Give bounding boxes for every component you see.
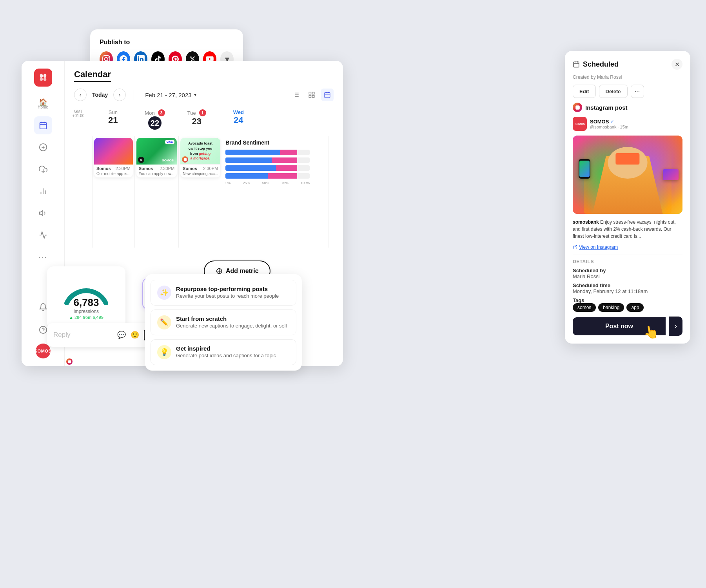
publish-to-title: Publish to — [100, 39, 234, 46]
list-view-icon[interactable] — [290, 89, 302, 101]
sidebar-item-home[interactable]: 🏠 Home — [34, 94, 52, 112]
svg-point-0 — [37, 72, 49, 83]
sp-tags: somos banking app — [573, 303, 644, 312]
day-header-mon: Mon 3 22 — [134, 109, 176, 130]
day-header-sun: Sun 21 — [92, 109, 134, 130]
calendar-header: Calendar ‹ Today › Feb 21 - 27, 2023 ▾ — [65, 61, 343, 106]
day-headers-row: GMT +01:00 Sun 21 Mon 3 22 — [65, 106, 343, 133]
scratch-icon: ✏️ — [157, 315, 171, 329]
view-on-instagram-link[interactable]: View on Instagram — [573, 244, 682, 250]
svg-point-3 — [40, 78, 43, 81]
svg-rect-29 — [325, 92, 330, 98]
sp-title: Scheduled — [573, 60, 619, 69]
close-button[interactable]: ✕ — [672, 59, 682, 70]
calendar-grid: GMT +01:00 Sun 21 Mon 3 22 — [65, 106, 343, 251]
day-header-tue: Tue 1 23 — [176, 109, 218, 130]
svg-rect-26 — [312, 92, 314, 94]
day-col-wed: Brand Sentiment — [222, 136, 313, 248]
bar-row-2 — [225, 157, 310, 163]
reply-placeholder: Reply — [53, 331, 113, 339]
delete-button[interactable]: Delete — [599, 85, 628, 98]
impressions-label: impressions — [74, 309, 99, 314]
inspired-title: Get inspired — [176, 345, 276, 352]
scratch-desc: Generate new captions to engage, delight… — [176, 323, 287, 329]
gauge-container: 6,783 — [61, 276, 112, 307]
cursor-hand-icon: 👆 — [642, 324, 660, 341]
calendar-title: Calendar — [74, 69, 111, 82]
post-card-sun[interactable]: Somos 2:30PM Our mobile app is... — [94, 138, 133, 177]
day-header-wed: Wed 24 — [218, 109, 260, 130]
sp-post-image — [573, 136, 682, 214]
bs-axis: 0%25%50%75%100% — [225, 181, 310, 185]
sidebar-item-more[interactable]: ··· — [34, 248, 52, 266]
sp-footer: Post now › 👆 — [573, 317, 682, 336]
brand-sentiment-card: Brand Sentiment — [225, 139, 310, 216]
user-avatar[interactable]: SOMOS — [36, 344, 51, 358]
emoji-icon[interactable]: 🙂 — [131, 331, 139, 339]
inspired-icon: 💡 — [157, 345, 171, 359]
post-card-tue[interactable]: Avocado toastcan't stop youfrom gettinga… — [180, 138, 220, 177]
sidebar-item-compose[interactable] — [34, 138, 52, 156]
calendar-view-icon[interactable] — [321, 89, 334, 101]
sidebar-item-inbox[interactable] — [34, 160, 52, 178]
sidebar-item-calendar[interactable] — [34, 116, 52, 134]
svg-rect-28 — [312, 96, 314, 98]
grid-view-icon[interactable] — [305, 89, 318, 101]
today-button[interactable]: Today — [92, 92, 108, 98]
next-week-button[interactable]: › — [113, 89, 126, 101]
sidebar-item-reports[interactable] — [34, 226, 52, 244]
svg-marker-16 — [39, 211, 42, 216]
post-card-meta-tue: Somos 2:30PM New chequing acc... — [180, 165, 220, 177]
sp-account: SOMOS SOMOS ✓ @somosbank · 15m — [573, 117, 682, 131]
svg-line-37 — [575, 246, 577, 248]
gmt-label: GMT +01:00 — [65, 109, 92, 130]
prev-week-button[interactable]: ‹ — [74, 89, 87, 101]
day-col-sun: Somos 2:30PM Our mobile app is... — [92, 136, 134, 248]
day-col-mon: ✕ VISA SOMOS Somos 2:30PM You can apply … — [134, 136, 178, 248]
app-logo — [34, 69, 52, 87]
date-range-dropdown[interactable]: ▾ — [194, 92, 196, 98]
post-card-mon[interactable]: ✕ VISA SOMOS Somos 2:30PM You can apply … — [136, 138, 177, 177]
calendar-body: Somos 2:30PM Our mobile app is... ✕ VISA — [65, 133, 343, 251]
edit-button[interactable]: Edit — [573, 85, 596, 98]
bar-row-4 — [225, 173, 310, 179]
somos-avatar: SOMOS — [573, 117, 587, 131]
post-now-dropdown-button[interactable]: › — [669, 317, 682, 336]
impressions-delta: ▲ 284 from 6,499 — [69, 315, 103, 320]
impressions-value: 6,783 — [73, 297, 99, 309]
day-col-tue: Avocado toastcan't stop youfrom gettinga… — [178, 136, 222, 248]
ai-item-repurpose[interactable]: ✨ Repurpose top-performing posts Rewrite… — [151, 280, 296, 306]
sp-detail-rows: Scheduled by Maria Rossi Scheduled time … — [573, 268, 682, 312]
scheduled-panel: Scheduled ✕ Created by Maria Rossi Edit … — [565, 51, 690, 344]
svg-rect-25 — [309, 92, 311, 94]
svg-point-2 — [43, 74, 46, 78]
instagram-platform-icon — [573, 103, 582, 112]
svg-point-4 — [43, 78, 46, 81]
sp-tags-row: Tags somos banking app — [573, 297, 682, 312]
date-range: Feb 21 - 27, 2023 ▾ — [145, 92, 196, 98]
ai-item-inspired[interactable]: 💡 Get inspired Generate post ideas and c… — [151, 339, 296, 365]
svg-point-1 — [40, 74, 43, 78]
sp-details-section: Details Scheduled by Maria Rossi Schedul… — [573, 255, 682, 312]
sp-actions: Edit Delete ··· — [573, 85, 682, 98]
brand-sentiment-title: Brand Sentiment — [225, 139, 310, 146]
bar-row-3 — [225, 165, 310, 171]
chat-icon[interactable]: 💬 — [117, 331, 126, 339]
sp-scheduled-time-row: Scheduled time Monday, February 12 at 11… — [573, 282, 682, 294]
sidebar-item-campaigns[interactable] — [34, 204, 52, 222]
tag-app: app — [626, 303, 644, 312]
sp-platform: Instagram post — [573, 103, 682, 112]
repurpose-desc: Rewrite your best posts to reach more pe… — [176, 293, 279, 299]
ai-content-panel: ✨ Repurpose top-performing posts Rewrite… — [145, 274, 302, 371]
svg-rect-5 — [40, 123, 46, 129]
post-card-meta-mon: Somos 2:30PM You can apply now... — [136, 165, 177, 177]
view-icons — [290, 89, 334, 101]
svg-rect-33 — [574, 62, 579, 67]
post-card-meta-sun: Somos 2:30PM Our mobile app is... — [94, 165, 133, 177]
sidebar-item-analytics[interactable] — [34, 182, 52, 200]
bar-row-1 — [225, 150, 310, 155]
inspired-desc: Generate post ideas and captions for a t… — [176, 353, 276, 358]
time-column — [65, 136, 92, 248]
ai-item-scratch[interactable]: ✏️ Start from scratch Generate new capti… — [151, 309, 296, 335]
more-actions-button[interactable]: ··· — [631, 85, 644, 98]
